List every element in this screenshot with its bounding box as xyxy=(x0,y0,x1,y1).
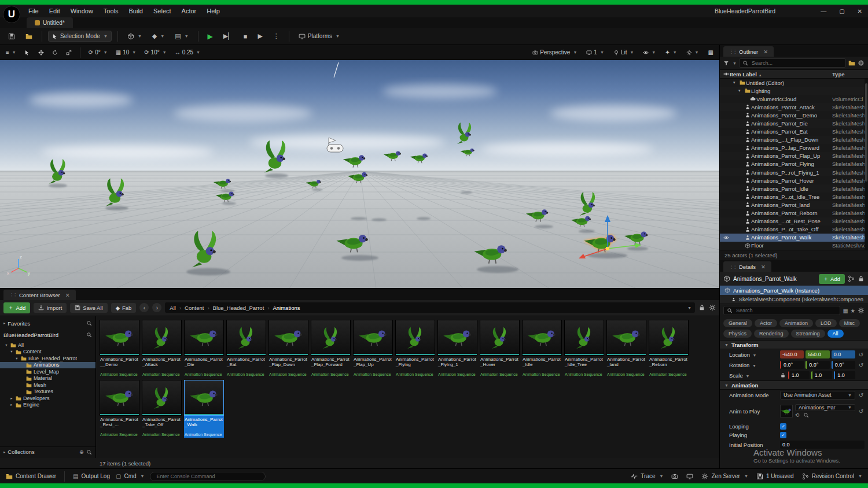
details-filter-misc[interactable]: Misc xyxy=(839,319,860,327)
perspective-dropdown[interactable]: Perspective▼ xyxy=(530,48,579,57)
console-input-box[interactable] xyxy=(150,472,266,481)
outliner-row[interactable]: Animations_Parrot_RebornSkeletalMesh xyxy=(720,209,868,217)
outliner-row[interactable]: Animations_P...ot_Idle_TreeSkeletalMesh xyxy=(720,193,868,201)
scale-y-field[interactable]: 1.0 xyxy=(811,371,833,379)
minimize-button[interactable]: — xyxy=(821,8,826,14)
asset-tile[interactable]: Animations_Parrot_Flap_UpAnimation Seque… xyxy=(353,320,393,378)
rotation-z-field[interactable]: 0.0° xyxy=(832,361,855,369)
details-filter-physics[interactable]: Physics xyxy=(723,330,752,338)
menu-tools[interactable]: Tools xyxy=(98,8,124,14)
tab-details[interactable]: ⋮⋮ Details ✕ xyxy=(723,261,771,272)
details-lock-icon[interactable] xyxy=(858,275,865,282)
viewport-canvas[interactable]: z y x xyxy=(0,60,719,288)
folder-tree-item[interactable]: Material xyxy=(0,375,95,382)
play-button[interactable]: ▶ xyxy=(204,31,216,42)
outliner-row[interactable]: Animations_...ot_Rest_PoseSkeletalMesh xyxy=(720,217,868,225)
outliner-filter-icon[interactable] xyxy=(723,60,729,66)
outliner-row[interactable]: Animations_Parrot_Flap_UpSkeletalMesh xyxy=(720,152,868,160)
folder-tree-item[interactable]: ▾Blue_Headed_Parrot xyxy=(0,355,95,362)
rotation-y-field[interactable]: 0.0° xyxy=(806,361,829,369)
project-header[interactable]: BlueHeadedParrotBird xyxy=(0,329,95,341)
content-browser-close-icon[interactable]: ✕ xyxy=(65,292,70,298)
save-button[interactable] xyxy=(5,31,19,42)
outliner-row[interactable]: Animations_Parrot_IdleSkeletalMesh xyxy=(720,184,868,193)
outliner-row[interactable]: Animations_Parrot_landSkeletalMesh xyxy=(720,201,868,209)
asset-tile[interactable]: Animations_Parrot_IdleAnimation Sequence xyxy=(522,320,562,378)
scale-lock-icon[interactable] xyxy=(780,372,786,378)
add-component-button[interactable]: ＋ Add xyxy=(819,274,845,284)
viewport[interactable]: ≡▼ ⟳0°▼▦10▼⟳10°▼↔0.25▼ Perspective▼ 1▼ L… xyxy=(0,45,719,288)
menu-file[interactable]: File xyxy=(23,8,44,14)
outliner-row[interactable]: Animations_P...ot_Take_OffSkeletalMesh xyxy=(720,225,868,234)
play-options-kebab[interactable]: ⋮ xyxy=(270,31,283,42)
cinematics-button[interactable]: ▤▼ xyxy=(171,31,192,42)
asset-tile[interactable]: Animations_Parrot_landAnimation Sequence xyxy=(606,320,646,378)
breadcrumb-item[interactable]: Animations xyxy=(273,305,300,311)
fab-button[interactable]: ◆Fab xyxy=(111,303,137,313)
output-log-button[interactable]: ▤Output Log xyxy=(73,473,110,479)
outliner-row[interactable]: Animations_Parrot__DemoSkeletalMesh xyxy=(720,111,868,119)
stop-button[interactable]: ■ xyxy=(240,31,251,42)
folder-tree-item[interactable]: Textures xyxy=(0,389,95,395)
selection-mode-dropdown[interactable]: Selection Mode▼ xyxy=(48,31,112,42)
outliner-settings-icon[interactable] xyxy=(858,60,865,66)
outliner-row[interactable]: Animations_Parrot_AttackSkeletalMesh xyxy=(720,103,868,111)
viewport-settings-icon[interactable]: ▼ xyxy=(684,49,701,57)
breadcrumb-caret-icon[interactable]: ▼ xyxy=(687,306,692,310)
level-tab[interactable]: Untitled* xyxy=(27,17,73,28)
outliner-search-box[interactable] xyxy=(739,58,846,68)
viewport-options-icon[interactable]: ≡▼ xyxy=(3,48,19,57)
asset-tile[interactable]: Animations_Parrot_Idle_TreeAnimation Seq… xyxy=(564,320,604,378)
reset-rotation-icon[interactable]: ↺ xyxy=(858,362,865,368)
initial-position-field[interactable]: 0.0 xyxy=(780,441,865,449)
grid-snap[interactable]: ▦10▼ xyxy=(113,48,139,57)
move-tool-icon[interactable] xyxy=(36,49,46,57)
details-filter-lod[interactable]: LOD xyxy=(815,319,837,327)
rotation-label[interactable]: Rotation ▼ xyxy=(729,362,778,368)
viewport-effects-icon[interactable]: ✦▼ xyxy=(663,48,679,57)
asset-tile[interactable]: Animations_Parrot_Take_OffAnimation Sequ… xyxy=(142,380,182,438)
favorites-header[interactable]: ▸Favorites xyxy=(0,317,95,329)
animation-mode-dropdown[interactable]: Use Animation Asset▼ xyxy=(780,391,855,400)
content-settings-icon[interactable] xyxy=(709,304,716,311)
details-filter-all[interactable]: All xyxy=(827,330,844,338)
menu-build[interactable]: Build xyxy=(124,8,148,14)
folder-tree-item[interactable]: ▾All xyxy=(0,342,95,349)
add-actor-button[interactable]: ▼ xyxy=(124,31,145,42)
outliner-row[interactable]: ▾Untitled (Editor) xyxy=(720,79,868,87)
location-label[interactable]: Location ▼ xyxy=(729,352,778,358)
folder-tree-item[interactable]: ▸Developers xyxy=(0,395,95,402)
reset-location-icon[interactable]: ↺ xyxy=(858,352,865,358)
folder-tree-item[interactable]: ▾Content xyxy=(0,349,95,356)
anim-asset-thumbnail[interactable] xyxy=(780,405,793,417)
outliner-row[interactable]: Animations_Parrot_EatSkeletalMesh xyxy=(720,128,868,136)
asset-tile[interactable]: Animations_Parrot_WalkAnimation Sequence xyxy=(184,380,224,438)
asset-tile[interactable]: Animations_Parrot_HoverAnimation Sequenc… xyxy=(480,320,520,378)
asset-tile[interactable]: Animations_Parrot_DieAnimation Sequence xyxy=(184,320,224,378)
forward-button[interactable]: › xyxy=(152,303,161,312)
maximize-viewport-icon[interactable]: ▦ xyxy=(706,48,716,57)
breadcrumb-item[interactable]: Blue_Headed_Parrot xyxy=(213,305,264,311)
frame-step-button[interactable]: ▶ xyxy=(254,31,266,42)
outliner-close-icon[interactable]: ✕ xyxy=(763,49,768,55)
outliner-row[interactable]: Animations_P...lap_ForwardSkeletalMesh xyxy=(720,144,868,152)
browse-to-asset-icon[interactable] xyxy=(803,412,809,419)
looping-checkbox[interactable]: ✓ xyxy=(780,423,786,430)
content-drawer-button[interactable]: Content Drawer xyxy=(6,473,56,480)
item-label-column[interactable]: Item Label ▲ xyxy=(730,71,832,77)
component-row[interactable]: SkeletalMeshComponent (SkeletalMeshCompo… xyxy=(720,295,868,304)
scale-z-field[interactable]: 1.0 xyxy=(834,371,855,379)
cmd-dropdown[interactable]: ▢Cmd▼ xyxy=(116,473,145,479)
project-search-icon[interactable] xyxy=(86,332,92,338)
outliner-row[interactable]: ▾Lighting xyxy=(720,87,868,95)
outliner-row[interactable]: Animations_Parrot_FlyingSkeletalMesh xyxy=(720,160,868,168)
view-mode-dropdown[interactable]: Lit▼ xyxy=(611,48,637,57)
menu-edit[interactable]: Edit xyxy=(44,8,65,14)
import-button[interactable]: Import xyxy=(34,303,67,313)
visibility-column-icon[interactable] xyxy=(723,71,729,77)
location-z-field[interactable]: 0.0 xyxy=(832,350,855,358)
asset-tile[interactable]: Animations_Parrot_EatAnimation Sequence xyxy=(226,320,266,378)
unsaved-button[interactable]: 1 Unsaved xyxy=(756,473,794,480)
asset-tile[interactable]: Animations_Parrot__DemoAnimation Sequenc… xyxy=(100,320,139,378)
menu-window[interactable]: Window xyxy=(65,8,98,14)
